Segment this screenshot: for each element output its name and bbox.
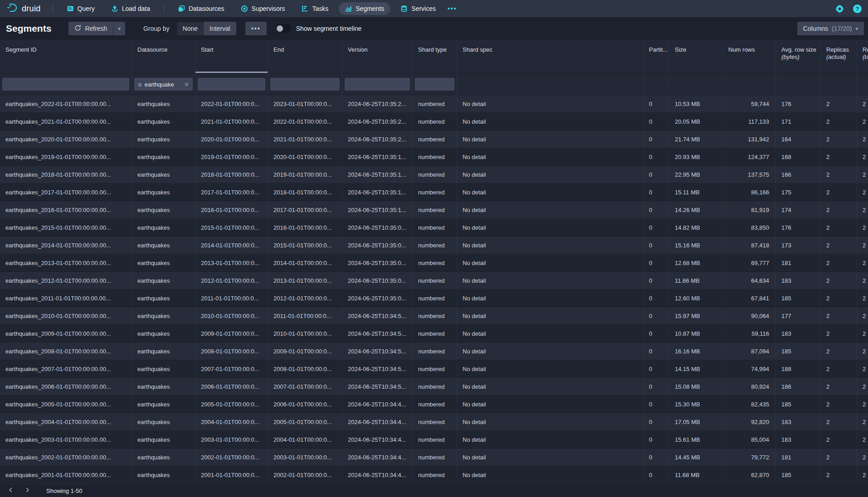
- cell-partitions[interactable]: 0: [644, 219, 669, 236]
- cell-replication_factor[interactable]: 2: [857, 307, 868, 324]
- cell-segment_id[interactable]: earthquakes_2007-01-01T00:00:00.00...: [0, 360, 132, 377]
- cell-datasource[interactable]: earthquakes: [132, 449, 195, 466]
- cell-start[interactable]: 2009-01-01T00:00:0...: [195, 325, 268, 342]
- cell-partitions[interactable]: 0: [644, 290, 669, 307]
- cell-segment_id[interactable]: earthquakes_2005-01-01T00:00:00.00...: [0, 396, 132, 413]
- cell-start[interactable]: 2011-01-01T00:00:0...: [195, 290, 268, 307]
- cell-num_rows[interactable]: 74,994: [723, 360, 776, 377]
- column-header-start[interactable]: Start: [195, 40, 268, 73]
- cell-shard_spec[interactable]: No detail: [457, 307, 644, 324]
- cell-replication_factor[interactable]: 2: [857, 290, 868, 307]
- cell-num_rows[interactable]: 59,116: [723, 325, 776, 342]
- cell-shard_spec[interactable]: No detail: [457, 360, 644, 377]
- cell-size[interactable]: 22.95 MB: [669, 166, 723, 183]
- cell-segment_id[interactable]: earthquakes_2013-01-01T00:00:00.00...: [0, 254, 132, 271]
- cell-start[interactable]: 2016-01-01T00:00:0...: [195, 201, 268, 218]
- cell-size[interactable]: 17.05 MB: [669, 413, 723, 430]
- cell-shard_spec[interactable]: No detail: [457, 343, 644, 360]
- cell-end[interactable]: 2009-01-01T00:00:0...: [268, 343, 342, 360]
- gear-icon[interactable]: [835, 5, 844, 13]
- cell-segment_id[interactable]: earthquakes_2012-01-01T00:00:00.00...: [0, 272, 132, 289]
- cell-partitions[interactable]: 0: [644, 466, 669, 483]
- cell-version[interactable]: 2024-06-25T10:34:4...: [342, 431, 413, 448]
- cell-datasource[interactable]: earthquakes: [132, 360, 195, 377]
- cell-shard_spec[interactable]: No detail: [457, 431, 644, 448]
- cell-segment_id[interactable]: earthquakes_2010-01-01T00:00:00.00...: [0, 307, 132, 324]
- cell-partitions[interactable]: 0: [644, 396, 669, 413]
- cell-replication_factor[interactable]: 2: [857, 360, 868, 377]
- cell-num_rows[interactable]: 86,166: [723, 183, 776, 201]
- cell-end[interactable]: 2015-01-01T00:00:0...: [268, 236, 342, 254]
- cell-num_rows[interactable]: 59,744: [723, 95, 776, 112]
- cell-shard_type[interactable]: numbered: [413, 466, 457, 483]
- cell-replication_factor[interactable]: 2: [857, 113, 868, 130]
- cell-size[interactable]: 10.87 MB: [669, 325, 723, 342]
- cell-shard_spec[interactable]: No detail: [457, 396, 644, 413]
- cell-num_rows[interactable]: 87,094: [723, 343, 776, 360]
- refresh-dropdown-button[interactable]: ▾: [113, 22, 125, 35]
- cell-avg_row_size[interactable]: 176: [776, 219, 821, 236]
- cell-shard_type[interactable]: numbered: [413, 343, 457, 360]
- cell-num_rows[interactable]: 137,575: [723, 166, 776, 183]
- cell-start[interactable]: 2004-01-01T00:00:0...: [195, 413, 268, 430]
- cell-replication_factor[interactable]: 2: [857, 148, 868, 165]
- cell-replication_factor[interactable]: 2: [857, 95, 868, 112]
- cell-partitions[interactable]: 0: [644, 307, 669, 324]
- column-header-size[interactable]: Size: [669, 40, 723, 73]
- cell-segment_id[interactable]: earthquakes_2002-01-01T00:00:00.00...: [0, 449, 132, 466]
- cell-end[interactable]: 2019-01-01T00:00:0...: [268, 166, 342, 183]
- cell-replication_factor[interactable]: 2: [857, 272, 868, 289]
- cell-size[interactable]: 15.08 MB: [669, 378, 723, 395]
- cell-start[interactable]: 2005-01-01T00:00:0...: [195, 396, 268, 413]
- cell-datasource[interactable]: earthquakes: [132, 325, 195, 342]
- cell-version[interactable]: 2024-06-25T10:35:1...: [342, 148, 413, 165]
- clear-filter-icon[interactable]: ✕: [182, 81, 189, 88]
- cell-partitions[interactable]: 0: [644, 113, 669, 130]
- cell-num_rows[interactable]: 87,418: [723, 236, 776, 254]
- cell-avg_row_size[interactable]: 174: [776, 201, 821, 218]
- cell-end[interactable]: 2014-01-01T00:00:0...: [268, 254, 342, 271]
- cell-start[interactable]: 2021-01-01T00:00:0...: [195, 113, 268, 130]
- cell-replicas[interactable]: 2: [821, 130, 857, 148]
- nav-item-load-data[interactable]: Load data: [105, 2, 156, 15]
- filter-input-version[interactable]: [345, 78, 410, 91]
- cell-end[interactable]: 2007-01-01T00:00:0...: [268, 378, 342, 395]
- cell-replicas[interactable]: 2: [821, 396, 857, 413]
- cell-avg_row_size[interactable]: 173: [776, 236, 821, 254]
- nav-item-segments[interactable]: Segments: [339, 2, 390, 15]
- cell-segment_id[interactable]: earthquakes_2003-01-01T00:00:00.00...: [0, 431, 132, 448]
- column-header-num_rows[interactable]: Num rows: [723, 40, 776, 73]
- columns-button[interactable]: Columns (17/20) ▾: [797, 22, 864, 35]
- cell-replicas[interactable]: 2: [821, 343, 857, 360]
- cell-partitions[interactable]: 0: [644, 272, 669, 289]
- cell-num_rows[interactable]: 90,064: [723, 307, 776, 324]
- cell-shard_spec[interactable]: No detail: [457, 219, 644, 236]
- cell-segment_id[interactable]: earthquakes_2016-01-01T00:00:00.00...: [0, 201, 132, 218]
- cell-end[interactable]: 2008-01-01T00:00:0...: [268, 360, 342, 377]
- cell-start[interactable]: 2010-01-01T00:00:0...: [195, 307, 268, 324]
- cell-partitions[interactable]: 0: [644, 431, 669, 448]
- cell-replicas[interactable]: 2: [821, 272, 857, 289]
- cell-start[interactable]: 2001-01-01T00:00:0...: [195, 466, 268, 483]
- cell-shard_type[interactable]: numbered: [413, 236, 457, 254]
- cell-replicas[interactable]: 2: [821, 113, 857, 130]
- cell-shard_spec[interactable]: No detail: [457, 466, 644, 483]
- cell-shard_spec[interactable]: No detail: [457, 113, 644, 130]
- cell-end[interactable]: 2022-01-01T00:00:0...: [268, 113, 342, 130]
- cell-end[interactable]: 2005-01-01T00:00:0...: [268, 413, 342, 430]
- cell-size[interactable]: 15.11 MB: [669, 183, 723, 201]
- cell-shard_spec[interactable]: No detail: [457, 236, 644, 254]
- cell-end[interactable]: 2012-01-01T00:00:0...: [268, 290, 342, 307]
- cell-replication_factor[interactable]: 2: [857, 325, 868, 342]
- cell-replication_factor[interactable]: 2: [857, 431, 868, 448]
- cell-version[interactable]: 2024-06-25T10:34:5...: [342, 343, 413, 360]
- cell-segment_id[interactable]: earthquakes_2006-01-01T00:00:00.00...: [0, 378, 132, 395]
- cell-size[interactable]: 20.93 MB: [669, 148, 723, 165]
- cell-num_rows[interactable]: 82,435: [723, 396, 776, 413]
- cell-avg_row_size[interactable]: 185: [776, 466, 821, 483]
- cell-start[interactable]: 2003-01-01T00:00:0...: [195, 431, 268, 448]
- cell-version[interactable]: 2024-06-25T10:34:4...: [342, 466, 413, 483]
- column-header-replication_factor[interactable]: Replication factor(target): [857, 40, 868, 73]
- cell-segment_id[interactable]: earthquakes_2011-01-01T00:00:00.00...: [0, 290, 132, 307]
- cell-replication_factor[interactable]: 2: [857, 413, 868, 430]
